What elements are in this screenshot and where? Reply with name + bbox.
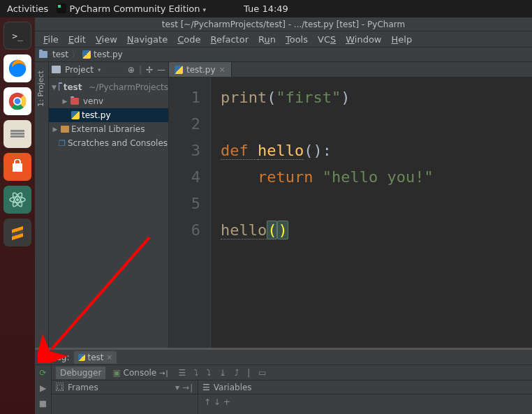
menu-vcs[interactable]: VCS <box>313 33 340 46</box>
activities-button[interactable]: Activities <box>7 3 48 14</box>
close-tab-icon[interactable]: × <box>219 65 226 74</box>
menu-help[interactable]: Help <box>387 33 417 46</box>
step-into-icon[interactable]: ⤵ <box>191 368 201 378</box>
svg-rect-9 <box>10 133 24 135</box>
ubuntu-dock: >_ PC <box>0 17 35 414</box>
menu-refactor[interactable]: Refactor <box>206 33 253 46</box>
window-title: test [~/PycharmProjects/test] - .../test… <box>35 17 532 31</box>
launcher-atom[interactable] <box>3 186 31 214</box>
tree-venv[interactable]: ▶ venv <box>49 94 168 108</box>
launcher-firefox[interactable] <box>3 54 31 82</box>
libraries-icon <box>61 126 69 133</box>
folder-icon <box>59 84 59 91</box>
menu-tools[interactable]: Tools <box>281 33 312 46</box>
evaluate-icon[interactable]: ▭ <box>256 368 269 378</box>
frames-label: Frames <box>68 383 98 392</box>
project-panel-title[interactable]: Project <box>65 65 94 75</box>
launcher-chrome[interactable] <box>3 87 31 115</box>
console-tab[interactable]: ▣ Console →∣ <box>108 367 172 379</box>
project-tool-tab[interactable]: 1: Project <box>36 71 45 107</box>
python-file-icon <box>82 50 91 59</box>
resume-icon[interactable]: ▶ <box>40 383 46 393</box>
force-step-icon[interactable]: ⤓ <box>216 368 229 378</box>
project-tool-window: Project ▾ ⊕ | ✢ — ▼ test ~/PycharmProjec… <box>49 62 169 348</box>
app-menu[interactable]: PyCharm Community Edition▾ <box>57 3 206 14</box>
tree-scratches[interactable]: ❐ Scratches and Consoles <box>49 136 168 150</box>
project-view-icon <box>52 66 61 73</box>
menu-file[interactable]: File <box>39 33 63 46</box>
folder-icon <box>39 51 47 58</box>
thread-dropdown[interactable]: ▾ →∣ <box>175 383 193 392</box>
launcher-ubuntu-software[interactable] <box>3 153 31 181</box>
stop-icon[interactable]: ■ <box>39 399 47 408</box>
pycharm-window: test [~/PycharmProjects/test] - .../test… <box>35 17 532 414</box>
debug-tool-window: Debug: test × ⟳ ▶ ■ Debugger ▣ Console →… <box>35 348 532 414</box>
step-over-icon[interactable]: ☰ <box>175 368 189 378</box>
editor-area: test.py × 1 2 3 4 5 6 print("first") def… <box>169 62 532 348</box>
clock[interactable]: Tue 14:49 <box>244 3 288 14</box>
tree-root[interactable]: ▼ test ~/PycharmProjects <box>49 80 168 94</box>
code-content[interactable]: print("first") def hello(): return "hell… <box>211 77 532 348</box>
step-into-my-icon[interactable]: ⤵ <box>204 368 214 378</box>
breadcrumb-file[interactable]: test.py <box>94 50 123 59</box>
gutter[interactable]: 1 2 3 4 5 6 <box>169 77 211 348</box>
breadcrumb-project[interactable]: test <box>52 50 68 59</box>
svg-rect-11 <box>13 163 22 172</box>
close-icon[interactable]: × <box>107 353 112 361</box>
collapse-icon[interactable]: — <box>157 65 165 75</box>
code-editor[interactable]: 1 2 3 4 5 6 print("first") def hello(): … <box>169 77 532 348</box>
python-file-icon <box>71 111 80 119</box>
folder-icon <box>71 98 79 105</box>
python-file-icon <box>175 66 183 74</box>
svg-rect-8 <box>10 130 24 132</box>
launcher-files[interactable] <box>3 120 31 148</box>
menu-bar: File Edit View Navigate Code Refactor Ru… <box>35 31 532 47</box>
svg-rect-1 <box>58 5 61 8</box>
editor-tabs: test.py × <box>169 62 532 77</box>
debug-config-tab[interactable]: test × <box>74 351 117 364</box>
tool-window-stripe[interactable]: 1: Project <box>35 62 49 348</box>
add-watch-button[interactable]: + <box>223 397 230 407</box>
tree-external-libraries[interactable]: ▶ External Libraries <box>49 122 168 136</box>
svg-point-18 <box>16 198 19 201</box>
svg-rect-10 <box>10 135 24 138</box>
menu-edit[interactable]: Edit <box>64 33 90 46</box>
variables-panel: ☰ Variables ↑ ↓ + <box>198 380 532 414</box>
breadcrumb: test 〉 test.py <box>35 47 532 62</box>
settings-gear-icon[interactable]: ✢ <box>146 65 153 75</box>
frames-panel: ⿴ Frames ▾ →∣ <box>52 380 198 414</box>
menu-navigate[interactable]: Navigate <box>123 33 172 46</box>
rerun-icon[interactable]: ⟳ <box>39 368 46 378</box>
debug-toolbar: ⟳ ▶ ■ <box>35 365 52 414</box>
launcher-terminal[interactable]: >_ <box>3 22 31 50</box>
debug-title-label: Debug: <box>39 353 70 362</box>
autoscroll-icon[interactable]: ⊕ <box>128 65 135 75</box>
variables-icon: ☰ <box>202 383 210 392</box>
launcher-sublime[interactable] <box>3 219 31 246</box>
scratches-icon: ❐ <box>59 139 66 148</box>
debugger-tab[interactable]: Debugger <box>56 367 105 379</box>
frames-icon: ⿴ <box>56 383 64 392</box>
gnome-topbar: Activities PyCharm Community Edition▾ Tu… <box>0 0 532 17</box>
editor-tab-testpy[interactable]: test.py × <box>169 61 232 77</box>
menu-code[interactable]: Code <box>173 33 205 46</box>
menu-view[interactable]: View <box>91 33 121 46</box>
tree-file-testpy[interactable]: test.py <box>49 108 168 122</box>
menu-window[interactable]: Window <box>341 33 385 46</box>
step-out-icon[interactable]: ⤴ <box>232 368 242 378</box>
menu-run[interactable]: Run <box>254 33 280 46</box>
variables-label: Variables <box>214 383 252 392</box>
python-file-icon <box>78 354 85 361</box>
project-tree: ▼ test ~/PycharmProjects ▶ venv test.py … <box>49 77 168 153</box>
